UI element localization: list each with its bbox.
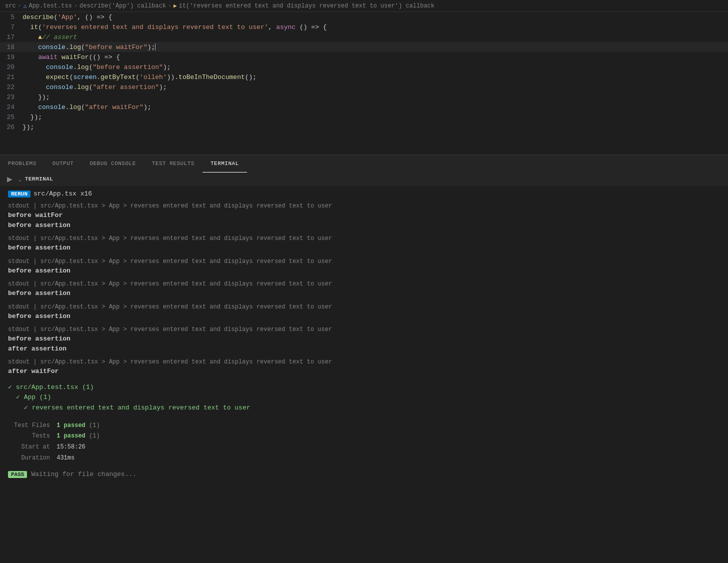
file-icon: △ xyxy=(24,2,27,9)
output-text-5a: before assertion xyxy=(8,312,720,322)
sep1: › xyxy=(18,2,22,10)
sep2: › xyxy=(74,2,78,10)
code-line-22: 22 console.log("after assertion"); xyxy=(0,82,728,92)
stdout-path-7: stdout | src/App.test.tsx > App > revers… xyxy=(8,358,720,366)
stdout-group-5: stdout | src/App.test.tsx > App > revers… xyxy=(8,304,720,322)
panel-left-area: ▶ xyxy=(4,174,16,184)
rerun-path: src/App.tsx x16 xyxy=(34,190,92,198)
output-text-4a: before assertion xyxy=(8,288,720,298)
tab-debug-console[interactable]: DEBUG CONSOLE xyxy=(82,155,144,172)
stdout-path-5: stdout | src/App.test.tsx > App > revers… xyxy=(8,304,720,310)
terminal-content[interactable]: RERUN src/App.tsx x16 stdout | src/App.t… xyxy=(0,186,728,563)
waiting-text: Waiting for file changes... xyxy=(31,470,136,478)
code-line-5: 5 describe('App', () => { xyxy=(0,12,728,22)
bottom-panel: PROBLEMS OUTPUT DEBUG CONSOLE TEST RESUL… xyxy=(0,154,728,563)
output-text-2a: before assertion xyxy=(8,243,720,253)
breadcrumb-file: App.test.tsx xyxy=(28,2,72,10)
stdout-group-7: stdout | src/App.test.tsx > App > revers… xyxy=(8,358,720,376)
stdout-path-3: stdout | src/App.test.tsx > App > revers… xyxy=(8,258,720,265)
summary-tests: Tests 1 passed (1) xyxy=(8,431,720,442)
terminal-section: ▶ ⌄ TERMINAL RERUN src/App.tsx x16 stdou… xyxy=(0,172,728,563)
stdout-group-4: stdout | src/App.test.tsx > App > revers… xyxy=(8,280,720,298)
output-text-7a: after waitFor xyxy=(8,366,720,376)
code-line-21: 21 expect(screen.getByText('olleh')).toB… xyxy=(0,72,728,82)
tab-output[interactable]: OUTPUT xyxy=(44,155,82,172)
summary-test-files: Test Files 1 passed (1) xyxy=(8,420,720,432)
terminal-label: TERMINAL xyxy=(25,176,54,182)
output-text-6b: after assertion xyxy=(8,344,720,354)
chevron-down-icon: ⌄ xyxy=(18,176,22,182)
summary-start: Start at 15:58:26 xyxy=(8,442,720,453)
terminal-header: ▶ ⌄ TERMINAL xyxy=(0,172,728,186)
stdout-path-6: stdout | src/App.test.tsx > App > revers… xyxy=(8,326,720,333)
stdout-group-3: stdout | src/App.test.tsx > App > revers… xyxy=(8,258,720,276)
code-line-25: 25 }); xyxy=(0,112,728,122)
breadcrumb-src: src xyxy=(5,2,16,10)
stdout-group-6: stdout | src/App.test.tsx > App > revers… xyxy=(8,326,720,354)
waiting-line: PASS Waiting for file changes... xyxy=(8,470,720,478)
stdout-group-2: stdout | src/App.test.tsx > App > revers… xyxy=(8,235,720,253)
panel-expand-button[interactable]: ▶ xyxy=(6,174,14,184)
panel-tabs: PROBLEMS OUTPUT DEBUG CONSOLE TEST RESUL… xyxy=(0,154,728,172)
tab-problems[interactable]: PROBLEMS xyxy=(0,155,44,172)
tab-test-results[interactable]: TEST RESULTS xyxy=(144,155,202,172)
main-wrapper: src › △ App.test.tsx › describe('App') c… xyxy=(0,0,728,563)
code-editor: 5 describe('App', () => { 7 it('reverses… xyxy=(0,12,728,154)
result-suite: ✓ App (1) xyxy=(8,392,720,403)
stdout-path-2: stdout | src/App.test.tsx > App > revers… xyxy=(8,235,720,242)
output-text-1b: before assertion xyxy=(8,220,720,230)
code-line-24: 24 console.log("after waitFor"); xyxy=(0,102,728,112)
stdout-path-4: stdout | src/App.test.tsx > App > revers… xyxy=(8,280,720,288)
result-test: ✓ reverses entered text and displays rev… xyxy=(8,403,720,414)
sep3: › xyxy=(168,2,172,10)
code-line-17: 17 ▲// assert xyxy=(0,32,728,42)
output-text-1a: before waitFor xyxy=(8,210,720,220)
code-line-20: 20 console.log("before assertion"); xyxy=(0,62,728,72)
test-icon: ▶ xyxy=(174,2,177,9)
results-section: ✓ src/App.test.tsx (1) ✓ App (1) ✓ rever… xyxy=(8,382,720,414)
breadcrumb-it: it('reverses entered text and displays r… xyxy=(179,2,434,10)
breadcrumb-describe: describe('App') callback xyxy=(80,2,166,10)
code-line-26: 26 }); xyxy=(0,122,728,132)
code-line-18: 18 console.log("before waitFor"); xyxy=(0,42,728,52)
tab-terminal[interactable]: TERMINAL xyxy=(202,155,247,172)
code-line-7: 7 it('reverses entered text and displays… xyxy=(0,22,728,32)
stdout-group-1: stdout | src/App.test.tsx > App > revers… xyxy=(8,202,720,230)
rerun-line: RERUN src/App.tsx x16 xyxy=(8,190,720,198)
code-line-23: 23 }); xyxy=(0,92,728,102)
output-text-6a: before assertion xyxy=(8,334,720,344)
summary-duration: Duration 431ms xyxy=(8,453,720,464)
code-line-19: 19 await waitFor(() => { xyxy=(0,52,728,62)
breadcrumb: src › △ App.test.tsx › describe('App') c… xyxy=(0,0,728,12)
pass-badge: PASS xyxy=(8,471,27,478)
summary-section: Test Files 1 passed (1) Tests 1 passed (… xyxy=(8,420,720,464)
stdout-path-1: stdout | src/App.test.tsx > App > revers… xyxy=(8,202,720,210)
output-text-3a: before assertion xyxy=(8,266,720,276)
result-file: ✓ src/App.test.tsx (1) xyxy=(8,382,720,393)
rerun-badge: RERUN xyxy=(8,190,30,198)
